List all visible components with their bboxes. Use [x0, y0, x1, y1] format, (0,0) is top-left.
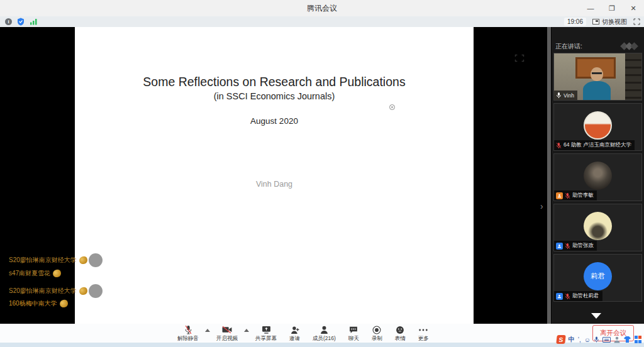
- emoji-picker-icon[interactable]: ☺: [584, 336, 591, 343]
- participant-video-tile[interactable]: 助管张政: [554, 204, 641, 251]
- members-button[interactable]: 成员(216): [306, 325, 342, 343]
- record-icon: [372, 325, 382, 334]
- meeting-toolbar: 解除静音 开启视频: [0, 324, 644, 343]
- fullscreen-icon[interactable]: [633, 18, 640, 25]
- expand-stage-icon[interactable]: [514, 54, 525, 62]
- mic-on-icon: [556, 92, 562, 99]
- reaction-sender: S20廖怡琳南京财经大学: [9, 287, 77, 295]
- meeting-time: 19:06: [564, 18, 586, 26]
- clap-emoji-icon: [52, 269, 62, 278]
- soft-keyboard-icon[interactable]: [602, 337, 611, 343]
- window-title: 腾讯会议: [307, 3, 337, 14]
- voice-input-icon[interactable]: [594, 336, 599, 343]
- clap-emoji-icon: [79, 256, 88, 265]
- invite-button[interactable]: 邀请: [283, 325, 306, 343]
- reaction-message: S20廖怡琳南京财经大学: [9, 284, 103, 298]
- slide-title: Some Reflections on Research and Publica…: [75, 75, 474, 89]
- emoji-button[interactable]: 表情: [389, 325, 412, 343]
- shield-security-icon[interactable]: [17, 18, 25, 26]
- reaction-message: 160杨梅中南大学: [9, 299, 68, 308]
- cohost-badge-icon: [556, 192, 563, 199]
- participant-video-tile[interactable]: 助管李敏: [554, 154, 641, 201]
- participant-name-tag: 助管李敏: [554, 190, 597, 201]
- stage-scrollbar[interactable]: [547, 27, 551, 324]
- invite-icon: [290, 325, 300, 334]
- record-button[interactable]: 录制: [365, 325, 389, 343]
- participant-video-tile[interactable]: 64 助教 卢洁玉南京财经大学: [554, 104, 641, 150]
- more-icon: [418, 325, 428, 334]
- clap-emoji-icon: [59, 299, 69, 308]
- reaction-message: s47南财夏雪花: [9, 269, 61, 278]
- unmute-button[interactable]: 解除静音: [171, 325, 205, 343]
- participants-sidebar: 正在讲话: Vinh: [552, 27, 644, 324]
- participant-name: 助管李敏: [572, 192, 594, 199]
- chat-icon: [348, 325, 358, 334]
- ime-mode-toggle[interactable]: 中: [569, 335, 575, 344]
- status-left: i: [0, 18, 38, 26]
- tencent-meeting-window: 腾讯会议 — ❐ ✕ i 19:06 切换视图: [0, 0, 644, 347]
- ime-tray: S 中 ’, ☺: [557, 334, 642, 345]
- sogou-logo-icon[interactable]: S: [556, 335, 565, 344]
- participant-avatar: [584, 111, 612, 140]
- punctuation-toggle[interactable]: ’,: [578, 336, 581, 343]
- speaking-label: 正在讲话:: [555, 42, 582, 51]
- slide-author: Vinh Dang: [75, 180, 474, 189]
- video-options-arrow-icon[interactable]: [244, 329, 249, 332]
- skin-shirt-icon[interactable]: [623, 336, 631, 343]
- cohost-badge-icon: [556, 243, 563, 250]
- scroll-down-arrow-icon[interactable]: [591, 313, 601, 319]
- participant-video-tile[interactable]: Vinh: [554, 53, 641, 100]
- account-icon[interactable]: [614, 336, 620, 343]
- more-button[interactable]: 更多: [412, 325, 435, 343]
- participant-avatar: [584, 212, 612, 240]
- speaking-header: 正在讲话:: [555, 42, 640, 51]
- reaction-sender: s47南财夏雪花: [9, 269, 50, 278]
- pointer-cursor-icon: [389, 104, 395, 110]
- participant-name: 助管张政: [572, 242, 594, 250]
- switch-view-button[interactable]: 切换视图: [592, 18, 627, 26]
- cohost-badge-icon: [556, 293, 563, 300]
- reaction-bubble: [89, 284, 103, 298]
- participant-avatar: 莉君: [584, 262, 612, 290]
- mic-muted-icon: [183, 325, 193, 334]
- mic-muted-icon: [556, 142, 562, 149]
- reaction-overlay: S20廖怡琳南京财经大学 s47南财夏雪花 S20廖怡琳南京财经大学 160杨梅…: [0, 27, 107, 324]
- participant-name-tag: Vinh: [554, 91, 577, 100]
- start-video-button[interactable]: 开启视频: [210, 325, 244, 343]
- record-label: 录制: [372, 335, 382, 343]
- mic-muted-icon: [565, 192, 570, 199]
- shared-slide: Some Reflections on Research and Publica…: [75, 27, 474, 324]
- participant-name-tag: 64 助教 卢洁玉南京财经大学: [554, 140, 635, 150]
- network-signal-icon[interactable]: [30, 18, 38, 25]
- slide-subtitle: (in SSCI Economics Journals): [75, 91, 474, 101]
- close-button[interactable]: ✕: [623, 0, 644, 16]
- window-controls: — ❐ ✕: [580, 0, 644, 16]
- meeting-status-bar: i 19:06 切换视图: [0, 16, 644, 27]
- reaction-sender: 160杨梅中南大学: [9, 299, 57, 308]
- reaction-message: S20廖怡琳南京财经大学: [9, 253, 103, 267]
- reaction-sender: S20廖怡琳南京财经大学: [9, 256, 77, 265]
- share-screen-button[interactable]: 共享屏幕: [249, 325, 283, 343]
- switch-view-icon: [592, 19, 599, 25]
- collapse-sidebar-chevron-icon[interactable]: ›: [540, 201, 543, 211]
- toolbox-grid-icon[interactable]: [635, 336, 642, 343]
- reaction-bubble: [89, 253, 103, 267]
- switch-view-label: 切换视图: [602, 18, 627, 26]
- title-bar: 腾讯会议 — ❐ ✕: [0, 0, 644, 16]
- status-right: 19:06 切换视图: [564, 16, 640, 27]
- mic-options-arrow-icon[interactable]: [205, 329, 210, 332]
- members-label: 成员(216): [313, 335, 336, 343]
- participant-video-tile[interactable]: 莉君 助管杜莉君: [554, 255, 641, 301]
- invite-label: 邀请: [289, 335, 300, 343]
- restore-button[interactable]: ❐: [601, 0, 623, 16]
- chat-button[interactable]: 聊天: [342, 325, 365, 343]
- info-icon[interactable]: i: [5, 18, 12, 25]
- watermark-logo-icon: [619, 42, 640, 51]
- participant-avatar: [584, 162, 612, 190]
- mic-muted-icon: [565, 243, 570, 250]
- participant-name-tag: 助管杜莉君: [554, 291, 602, 301]
- minimize-button[interactable]: —: [580, 0, 601, 16]
- unmute-label: 解除静音: [177, 335, 199, 343]
- participant-name: 64 助教 卢洁玉南京财经大学: [564, 141, 631, 149]
- share-screen-label: 共享屏幕: [255, 335, 277, 343]
